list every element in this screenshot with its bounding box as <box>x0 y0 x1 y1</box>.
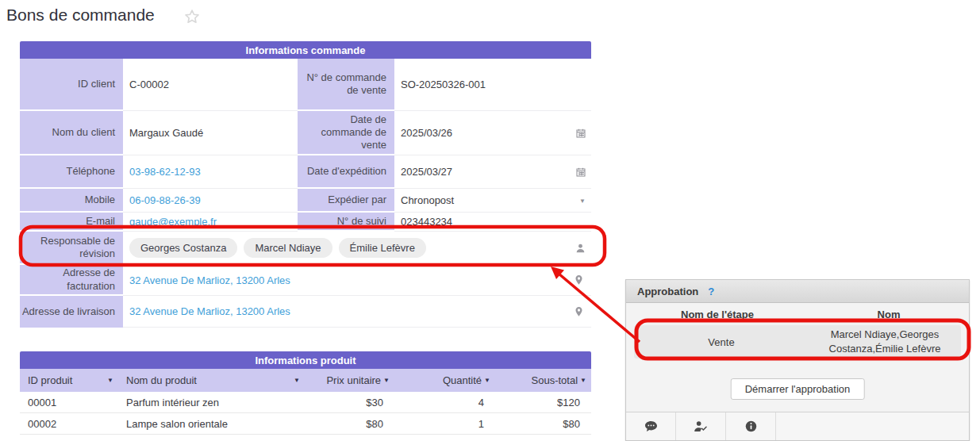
approval-approvers-value: Marcel Ndiaye,Georges Costanza,Émilie Le… <box>809 328 961 356</box>
approval-col-step: Nom de l'étape <box>626 309 809 320</box>
order-date-label: Date de commande de vente <box>298 111 394 155</box>
cell-product-id: 00001 <box>20 392 123 412</box>
cell-quantity: 4 <box>394 392 494 412</box>
location-pin-icon[interactable] <box>575 275 583 286</box>
info-icon[interactable] <box>726 412 776 440</box>
phone-label: Téléphone <box>20 155 123 189</box>
client-name-label: Nom du client <box>20 111 123 155</box>
ship-date-value: 2025/03/27 <box>401 166 452 178</box>
client-name-value: Margaux Gaudé <box>123 111 298 155</box>
reviewer-chip: Georges Costanza <box>129 238 237 258</box>
form-row: E-mail gaude@exemple.fr N° de suivi 0234… <box>20 213 591 232</box>
column-header-subtotal[interactable]: Sous-total ▼ <box>494 369 591 392</box>
column-header-qty[interactable]: Quantité ▼ <box>394 369 494 392</box>
approval-panel-header: Approbation ? <box>626 280 969 303</box>
sort-caret-icon[interactable]: ▼ <box>383 377 390 384</box>
id-client-label: ID client <box>20 59 123 111</box>
ship-by-label: Expédier par <box>298 189 394 213</box>
ship-date-label: Date d'expédition <box>298 155 394 189</box>
sort-caret-icon[interactable]: ▼ <box>294 377 300 384</box>
ship-date-field[interactable]: 2025/03/27 <box>394 155 591 189</box>
phone-value: 03-98-62-12-93 <box>123 155 298 189</box>
approval-toolbar <box>626 412 969 440</box>
approver-check-icon[interactable] <box>676 412 726 440</box>
form-row: Mobile 06-09-88-26-39 Expédier par Chron… <box>20 189 591 213</box>
email-link[interactable]: gaude@exemple.fr <box>129 216 217 228</box>
order-info-header: Informations commande <box>20 41 591 59</box>
sales-order-label: N° de commande de vente <box>298 59 394 111</box>
calendar-icon[interactable] <box>576 128 586 138</box>
tracking-value: 023443234 <box>394 213 591 232</box>
cell-subtotal: $80 <box>494 413 591 434</box>
order-info-card: Informations commande ID client C-00002 … <box>20 41 591 328</box>
approval-row: Vente Marcel Ndiaye,Georges Costanza,Émi… <box>634 325 961 359</box>
mobile-label: Mobile <box>20 189 123 213</box>
comment-icon[interactable] <box>626 412 676 440</box>
column-header-id[interactable]: ID produit ▼ <box>20 369 123 392</box>
table-row[interactable]: 00002 Lampe salon orientale $80 1 $80 <box>20 413 591 435</box>
shipping-address-label: Adresse de livraison <box>20 296 123 328</box>
approval-step-value: Vente <box>634 336 809 348</box>
sort-caret-icon[interactable]: ▼ <box>107 377 113 384</box>
chevron-down-icon[interactable]: ▼ <box>579 197 586 204</box>
form-row: Téléphone 03-98-62-12-93 Date d'expéditi… <box>20 155 591 189</box>
product-table-header-row: ID produit ▼ Nom du produit ▼ Prix unita… <box>20 369 591 392</box>
reviewer-chip: Marcel Ndiaye <box>244 238 332 258</box>
email-label: E-mail <box>20 213 123 232</box>
shipping-address-value: 32 Avenue De Marlioz, 13200 Arles <box>123 296 591 328</box>
favorite-star-icon[interactable] <box>184 9 200 28</box>
sales-order-value: SO-20250326-001 <box>394 59 591 111</box>
form-row: Adresse de livraison 32 Avenue De Marlio… <box>20 296 591 328</box>
ship-by-select[interactable]: Chronopost ▼ <box>394 189 591 213</box>
sort-caret-icon[interactable]: ▼ <box>580 377 586 384</box>
form-row: Adresse de facturation 32 Avenue De Marl… <box>20 265 591 296</box>
reviewer-field[interactable]: Georges Costanza Marcel Ndiaye Émilie Le… <box>123 232 591 265</box>
cell-unit-price: $30 <box>309 392 394 412</box>
product-info-header: Informations produit <box>20 351 591 369</box>
billing-address-value: 32 Avenue De Marlioz, 13200 Arles <box>123 265 591 296</box>
start-approval-button[interactable]: Démarrer l'approbation <box>731 378 865 400</box>
ship-by-value: Chronopost <box>401 194 454 206</box>
user-icon[interactable] <box>575 243 586 253</box>
cell-product-name: Parfum intérieur zen <box>123 392 309 412</box>
reviewer-label: Responsable de révision <box>20 232 123 265</box>
page-title: Bons de commande <box>6 6 155 25</box>
help-icon[interactable]: ? <box>708 286 714 297</box>
mobile-value: 06-09-88-26-39 <box>123 189 298 213</box>
page: Bons de commande Informations commande I… <box>0 0 980 441</box>
location-pin-icon[interactable] <box>575 306 583 316</box>
id-client-value: C-00002 <box>123 59 298 111</box>
email-value: gaude@exemple.fr <box>123 213 298 232</box>
approval-title: Approbation <box>637 286 698 297</box>
order-date-field[interactable]: 2025/03/26 <box>394 111 591 155</box>
billing-address-label: Adresse de facturation <box>20 265 123 296</box>
tracking-label: N° de suivi <box>298 213 394 232</box>
form-row-reviewers: Responsable de révision Georges Costanza… <box>20 232 591 265</box>
form-row: Nom du client Margaux Gaudé Date de comm… <box>20 111 591 155</box>
cell-product-id: 00002 <box>20 413 123 434</box>
phone-link[interactable]: 03-98-62-12-93 <box>129 166 201 178</box>
form-row: ID client C-00002 N° de commande de vent… <box>20 59 591 111</box>
approval-panel: Approbation ? Nom de l'étape Nom Vente M… <box>625 279 970 441</box>
cell-subtotal: $120 <box>494 392 591 412</box>
reviewer-chip: Émilie Lefèvre <box>339 238 426 258</box>
order-date-value: 2025/03/26 <box>401 127 452 139</box>
cell-product-name: Lampe salon orientale <box>123 413 309 434</box>
approval-table-header: Nom de l'étape Nom <box>626 309 969 320</box>
shipping-address-link[interactable]: 32 Avenue De Marlioz, 13200 Arles <box>129 305 290 317</box>
cell-unit-price: $80 <box>309 413 394 434</box>
billing-address-link[interactable]: 32 Avenue De Marlioz, 13200 Arles <box>129 274 290 286</box>
sort-caret-icon[interactable]: ▼ <box>484 377 490 384</box>
mobile-link[interactable]: 06-09-88-26-39 <box>129 194 201 206</box>
column-header-price[interactable]: Prix unitaire ▼ <box>309 369 394 392</box>
approval-col-name: Nom <box>809 309 969 320</box>
calendar-icon[interactable] <box>576 167 586 177</box>
cell-quantity: 1 <box>394 413 494 434</box>
table-row[interactable]: 00001 Parfum intérieur zen $30 4 $120 <box>20 392 591 413</box>
column-header-name[interactable]: Nom du produit ▼ <box>123 369 309 392</box>
product-info-card: Informations produit ID produit ▼ Nom du… <box>20 351 591 435</box>
